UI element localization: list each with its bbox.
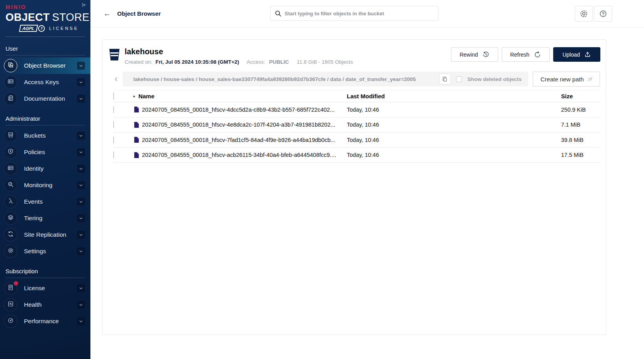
chevron-down-icon[interactable] (77, 95, 85, 103)
chevron-down-icon[interactable] (77, 181, 85, 189)
column-header-last-modified[interactable]: Last Modified (347, 93, 561, 99)
breadcrumb-path[interactable]: lakehouse / house-sales / house_sales-ba… (133, 76, 434, 82)
nav-icon-circle (4, 195, 17, 208)
access-value[interactable]: PUBLIC (269, 59, 289, 65)
bucket-browser-card: lakehouse Created on: Fri, Jul 05 2024 1… (102, 39, 606, 335)
sidebar-item-access-keys[interactable]: Access Keys (0, 74, 90, 90)
chevron-down-icon[interactable] (77, 165, 85, 173)
sidebar-item-tiering[interactable]: Tiering (0, 210, 90, 226)
copy-path-button[interactable] (439, 74, 451, 85)
row-checkbox[interactable] (113, 151, 114, 158)
column-header-name[interactable]: ▲ Name (132, 93, 347, 99)
monitoring-icon (7, 181, 14, 189)
sidebar-item-monitoring[interactable]: Monitoring (0, 177, 90, 193)
bucket-name: lakehouse (125, 47, 353, 56)
sidebar-section-label: Administrator (6, 115, 85, 122)
svg-text:?: ? (602, 12, 604, 16)
sidebar-item-label: Buckets (24, 132, 46, 139)
nav-icon-circle (4, 129, 17, 142)
nav-icon-circle (4, 162, 17, 175)
topbar-actions: ? (575, 6, 612, 22)
settings-button[interactable] (575, 6, 593, 22)
license-text: LICENSE (49, 26, 79, 31)
nav-icon-circle (4, 212, 17, 225)
upload-button[interactable]: Upload (553, 47, 600, 62)
sidebar-section: User Object Browser Access Keys Document… (0, 45, 90, 107)
object-last-modified: Today, 10:46 (347, 107, 561, 113)
row-checkbox[interactable] (113, 121, 114, 128)
sidebar-item-object-browser[interactable]: Object Browser (0, 57, 90, 74)
rewind-button[interactable]: Rewind (451, 47, 498, 62)
breadcrumb-back-chevron[interactable]: ‹ (110, 72, 123, 87)
object-size: 7.1 MiB (561, 122, 601, 128)
object-size: 39.8 MiB (561, 137, 601, 143)
help-button[interactable]: ? (594, 6, 612, 22)
sidebar-item-license[interactable]: License (0, 280, 90, 296)
chevron-down-icon[interactable] (77, 247, 85, 255)
sidebar-item-site-replication[interactable]: Site Replication (0, 226, 90, 243)
identity-icon (7, 165, 14, 173)
sidebar-item-settings[interactable]: Settings (0, 243, 90, 260)
chevron-down-icon[interactable] (77, 132, 85, 140)
chevron-down-icon[interactable] (77, 284, 85, 292)
sidebar-item-policies[interactable]: Policies (0, 144, 90, 160)
object-name: 20240705_084555_00018_hfscv-7fad1cf5-84a… (142, 137, 335, 143)
sidebar-item-performance[interactable]: Performance (0, 313, 90, 330)
file-icon (134, 136, 139, 143)
collapse-sidebar-icon[interactable] (81, 2, 87, 9)
divider (6, 55, 85, 55)
sidebar-item-label: Access Keys (24, 79, 59, 86)
help-icon: ? (599, 10, 607, 18)
rewind-icon (482, 51, 489, 58)
table-row[interactable]: 20240705_084555_00018_hfscv-4e8dca2c-107… (113, 118, 600, 133)
search-input[interactable] (285, 11, 434, 17)
sidebar-item-health[interactable]: Health (0, 296, 90, 313)
show-deleted-checkbox[interactable] (456, 76, 462, 82)
sidebar-item-label: Events (24, 198, 42, 205)
agpl-badge: AGPL (19, 25, 38, 32)
sidebar-item-identity[interactable]: Identity (0, 160, 90, 177)
upload-icon (584, 51, 591, 58)
bucket-summary: 11.8 GiB - 1605 Objects (297, 59, 353, 65)
nav-icon-circle (4, 92, 17, 105)
table-row[interactable]: 20240705_084555_00018_hfscv-4dcc5d2a-c8b… (113, 102, 600, 118)
row-checkbox[interactable] (113, 136, 114, 144)
sidebar-item-buckets[interactable]: Buckets (0, 127, 90, 144)
bucket-meta: Created on: Fri, Jul 05 2024 10:35:08 (G… (125, 59, 353, 65)
back-arrow-icon[interactable]: ← (103, 9, 111, 18)
row-checkbox[interactable] (113, 106, 114, 113)
nav-icon-circle (4, 315, 17, 328)
table-row[interactable]: 20240705_084555_00018_hfscv-7fad1cf5-84a… (113, 133, 600, 148)
nav-icon-circle (4, 145, 17, 159)
sidebar-item-label: Site Replication (24, 231, 66, 238)
object-name: 20240705_084555_00018_hfscv-4e8dca2c-107… (142, 122, 335, 128)
chevron-down-icon[interactable] (77, 301, 85, 309)
object-name: 20240705_084555_00018_hfscv-acb26115-34b… (142, 152, 336, 158)
sidebar-item-label: Identity (24, 165, 44, 172)
create-new-path-button[interactable]: Create new path :// (533, 72, 600, 87)
chevron-down-icon[interactable] (77, 198, 85, 206)
select-all-checkbox[interactable] (113, 92, 114, 100)
notification-dot (14, 281, 18, 285)
chevron-down-icon[interactable] (77, 62, 85, 70)
divider (6, 37, 85, 37)
divider (6, 278, 85, 278)
table-row[interactable]: 20240705_084555_00018_hfscv-acb26115-34b… (113, 148, 600, 163)
refresh-button[interactable]: Refresh (502, 47, 550, 62)
object-list: 20240705_084555_00018_hfscv-4dcc5d2a-c8b… (113, 102, 600, 163)
chevron-down-icon[interactable] (77, 214, 85, 222)
bucket-actions: Rewind Refresh Upload (451, 47, 600, 62)
sidebar-item-label: Monitoring (24, 182, 52, 189)
sidebar-item-events[interactable]: Events (0, 193, 90, 210)
sidebar-item-documentation[interactable]: Documentation (0, 90, 90, 107)
chevron-down-icon[interactable] (77, 231, 85, 239)
breadcrumb-row: ‹ lakehouse / house-sales / house_sales-… (110, 72, 600, 87)
chevron-down-icon[interactable] (77, 78, 85, 86)
column-header-size[interactable]: Size (561, 93, 601, 99)
sidebar-section: Subscription License Health Performance (0, 268, 90, 330)
chevron-down-icon[interactable] (77, 317, 85, 325)
sidebar-item-label: Policies (24, 149, 45, 156)
chevron-down-icon[interactable] (77, 148, 85, 156)
license-row: AGPL 3 LICENSE (6, 25, 85, 32)
sidebar-item-label: Documentation (24, 95, 65, 102)
